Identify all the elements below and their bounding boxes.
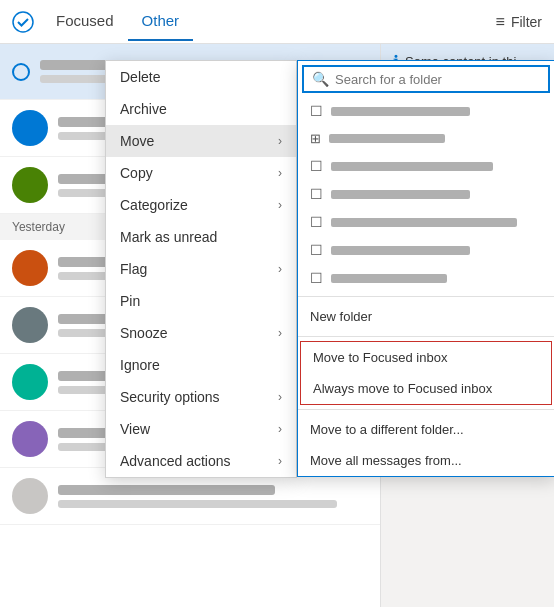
folder-search-input[interactable]	[335, 72, 540, 87]
tab-bar: Focused Other ≡ Filter	[0, 0, 554, 44]
email-sender	[58, 485, 275, 495]
chevron-right-icon: ›	[278, 422, 282, 436]
folder-archive-icon: ⊞	[310, 131, 321, 146]
avatar	[12, 167, 48, 203]
menu-label-view: View	[120, 421, 150, 437]
chevron-right-icon: ›	[278, 262, 282, 276]
avatar	[12, 307, 48, 343]
folder-icon: ☐	[310, 270, 323, 286]
folder-item[interactable]: ☐	[298, 152, 554, 180]
folder-icon: ☐	[310, 242, 323, 258]
chevron-right-icon: ›	[278, 326, 282, 340]
menu-item-advanced[interactable]: Advanced actions ›	[106, 445, 296, 477]
menu-item-copy[interactable]: Copy ›	[106, 157, 296, 189]
menu-item-flag[interactable]: Flag ›	[106, 253, 296, 285]
new-folder-action[interactable]: New folder	[298, 301, 554, 332]
menu-item-archive[interactable]: Archive	[106, 93, 296, 125]
avatar	[12, 250, 48, 286]
menu-item-categorize[interactable]: Categorize ›	[106, 189, 296, 221]
move-different-action[interactable]: Move to a different folder...	[298, 414, 554, 445]
menu-label-mark-unread: Mark as unread	[120, 229, 217, 245]
chevron-right-icon: ›	[278, 134, 282, 148]
menu-item-ignore[interactable]: Ignore	[106, 349, 296, 381]
context-menu: Delete Archive Move › Copy › Categorize …	[105, 60, 297, 478]
divider	[298, 409, 554, 410]
folder-name	[329, 134, 445, 143]
radio-button[interactable]	[12, 63, 30, 81]
folder-item[interactable]: ☐	[298, 180, 554, 208]
menu-label-copy: Copy	[120, 165, 153, 181]
move-focused-action[interactable]: Move to Focused inbox	[301, 342, 551, 373]
filter-label: Filter	[511, 14, 542, 30]
chevron-right-icon: ›	[278, 166, 282, 180]
divider	[298, 296, 554, 297]
chevron-right-icon: ›	[278, 198, 282, 212]
menu-label-advanced: Advanced actions	[120, 453, 231, 469]
avatar	[12, 421, 48, 457]
folder-search-box[interactable]: 🔍	[302, 65, 550, 93]
folder-name	[331, 274, 447, 283]
menu-label-security: Security options	[120, 389, 220, 405]
chevron-right-icon: ›	[278, 390, 282, 404]
email-content	[58, 485, 368, 508]
move-focused-label: Move to Focused inbox	[313, 350, 447, 365]
menu-item-delete[interactable]: Delete	[106, 61, 296, 93]
menu-item-move[interactable]: Move ›	[106, 125, 296, 157]
avatar	[12, 364, 48, 400]
menu-label-move: Move	[120, 133, 154, 149]
move-all-label: Move all messages from...	[310, 453, 462, 468]
folder-item[interactable]: ☐	[298, 208, 554, 236]
chevron-right-icon: ›	[278, 454, 282, 468]
menu-label-pin: Pin	[120, 293, 140, 309]
svg-point-0	[13, 12, 33, 32]
always-move-label: Always move to Focused inbox	[313, 381, 492, 396]
check-icon	[12, 11, 34, 33]
folder-name	[331, 246, 470, 255]
menu-label-delete: Delete	[120, 69, 160, 85]
avatar	[12, 110, 48, 146]
search-icon: 🔍	[312, 71, 329, 87]
focused-actions-group: Move to Focused inbox Always move to Foc…	[300, 341, 552, 405]
folder-icon: ☐	[310, 158, 323, 174]
folder-icon: ☐	[310, 214, 323, 230]
email-subject	[58, 500, 337, 508]
folder-item[interactable]: ☐	[298, 236, 554, 264]
new-folder-label: New folder	[310, 309, 372, 324]
folder-name	[331, 162, 493, 171]
folder-name	[331, 107, 470, 116]
menu-item-view[interactable]: View ›	[106, 413, 296, 445]
tab-other[interactable]: Other	[128, 2, 194, 41]
move-different-label: Move to a different folder...	[310, 422, 464, 437]
folder-submenu: 🔍 ☐ ⊞ ☐ ☐ ☐ ☐ ☐ New folder Move to Focus…	[297, 60, 554, 477]
filter-icon: ≡	[496, 13, 505, 31]
folder-icon: ☐	[310, 186, 323, 202]
menu-item-mark-unread[interactable]: Mark as unread	[106, 221, 296, 253]
folder-item[interactable]: ⊞	[298, 125, 554, 152]
filter-button[interactable]: ≡ Filter	[496, 13, 542, 31]
menu-item-snooze[interactable]: Snooze ›	[106, 317, 296, 349]
menu-item-security[interactable]: Security options ›	[106, 381, 296, 413]
divider	[298, 336, 554, 337]
menu-label-flag: Flag	[120, 261, 147, 277]
folder-item[interactable]: ☐	[298, 264, 554, 292]
avatar	[12, 478, 48, 514]
menu-label-ignore: Ignore	[120, 357, 160, 373]
folder-item[interactable]: ☐	[298, 97, 554, 125]
menu-label-snooze: Snooze	[120, 325, 167, 341]
folder-name	[331, 190, 470, 199]
menu-item-pin[interactable]: Pin	[106, 285, 296, 317]
folder-icon: ☐	[310, 103, 323, 119]
move-all-action[interactable]: Move all messages from...	[298, 445, 554, 476]
tab-focused[interactable]: Focused	[42, 2, 128, 41]
always-move-action[interactable]: Always move to Focused inbox	[301, 373, 551, 404]
menu-label-categorize: Categorize	[120, 197, 188, 213]
menu-label-archive: Archive	[120, 101, 167, 117]
folder-name	[331, 218, 517, 227]
